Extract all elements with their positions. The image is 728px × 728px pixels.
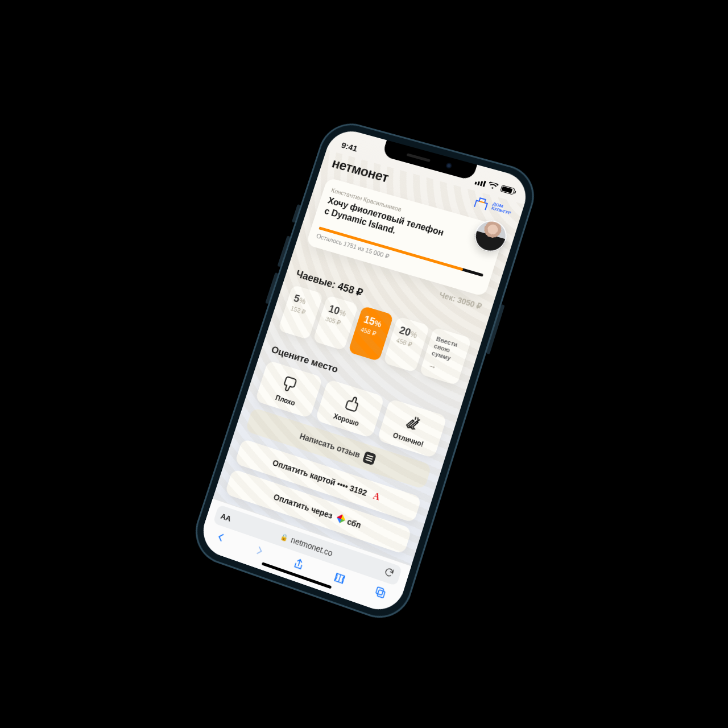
message-icon — [362, 451, 377, 465]
avatar[interactable] — [471, 217, 511, 255]
phone-frame: 9:41 нетмонет ДОМКУЛЬТУР — [187, 117, 542, 627]
applause-icon — [403, 412, 424, 434]
text-size-button[interactable]: AA — [220, 511, 232, 523]
phone-volume-down — [265, 272, 278, 304]
bookmarks-button[interactable] — [332, 570, 348, 586]
wifi-icon — [487, 181, 499, 191]
phone-screen: 9:41 нетмонет ДОМКУЛЬТУР — [197, 126, 532, 617]
sbp-logo: сбп — [336, 513, 362, 530]
battery-icon — [500, 185, 515, 195]
tabs-button[interactable] — [373, 584, 388, 601]
alfa-bank-icon: A — [369, 489, 383, 504]
forward-button[interactable] — [253, 543, 267, 558]
lock-icon: 🔒 — [279, 532, 289, 542]
status-time: 9:41 — [340, 140, 358, 153]
page-url: netmonet.co — [290, 535, 334, 558]
rating-great[interactable]: Отлично! — [377, 398, 448, 458]
share-button[interactable] — [291, 556, 307, 573]
thumbs-up-icon — [341, 392, 362, 414]
partner-icon — [473, 195, 491, 211]
phone-mute-switch — [292, 204, 301, 223]
thumbs-down-icon — [280, 374, 301, 395]
back-button[interactable] — [214, 530, 228, 545]
phone-volume-up — [278, 235, 291, 267]
rating-good[interactable]: Хорошо — [315, 379, 384, 438]
cellular-signal-icon — [474, 178, 486, 187]
reload-icon[interactable] — [382, 565, 396, 581]
rating-bad[interactable]: Плохо — [255, 360, 323, 419]
tip-option-custom[interactable]: Ввестисвою сумму → — [419, 327, 471, 385]
